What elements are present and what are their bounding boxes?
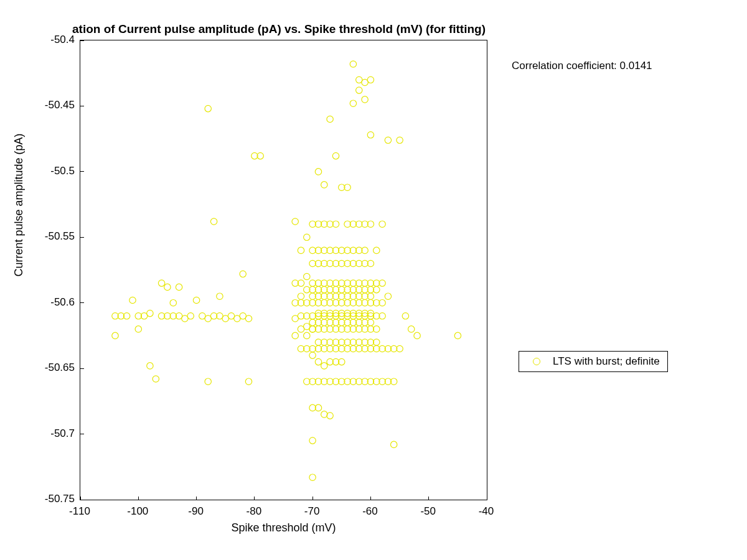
- legend-marker-icon: [533, 358, 540, 365]
- svg-point-255: [385, 293, 391, 299]
- svg-point-24: [205, 105, 211, 111]
- svg-point-258: [391, 441, 397, 447]
- svg-point-220: [362, 96, 368, 103]
- svg-point-41: [292, 218, 298, 225]
- svg-point-10: [153, 376, 159, 382]
- y-tick-label: -50.6: [37, 296, 75, 309]
- svg-point-204: [356, 87, 362, 93]
- svg-point-26: [210, 218, 217, 225]
- x-tick-label: -90: [188, 505, 204, 518]
- svg-point-254: [385, 137, 391, 143]
- svg-point-8: [147, 363, 153, 369]
- x-tick-label: -50: [420, 505, 436, 518]
- x-tick-label: -100: [127, 505, 148, 518]
- svg-point-264: [454, 332, 461, 338]
- x-tick-label: -70: [304, 505, 320, 518]
- svg-point-17: [176, 284, 182, 290]
- svg-point-25: [205, 378, 211, 385]
- svg-point-245: [374, 247, 380, 253]
- svg-point-50: [298, 247, 304, 253]
- x-tick-label: -80: [247, 505, 262, 518]
- y-tick-label: -50.4: [37, 34, 75, 46]
- svg-point-36: [245, 378, 251, 385]
- y-tick-label: -50.5: [37, 165, 75, 177]
- plot-area: [80, 40, 487, 500]
- x-tick-label: -110: [69, 505, 90, 518]
- svg-point-236: [367, 77, 374, 83]
- svg-point-33: [240, 271, 246, 277]
- svg-point-14: [164, 284, 171, 290]
- svg-point-108: [321, 363, 327, 369]
- svg-point-189: [350, 61, 356, 67]
- svg-point-12: [158, 280, 164, 286]
- correlation-annotation: Correlation coefficient: 0.0141: [512, 60, 652, 72]
- svg-point-261: [402, 313, 408, 319]
- svg-point-110: [321, 182, 327, 188]
- svg-point-9: [147, 310, 153, 316]
- y-tick-label: -50.75: [37, 493, 75, 505]
- y-tick-label: -50.45: [37, 99, 75, 111]
- legend-entry-label: LTS with burst; definite: [553, 355, 660, 368]
- svg-point-109: [321, 411, 327, 418]
- svg-point-1: [112, 332, 118, 338]
- svg-point-251: [379, 221, 385, 227]
- svg-point-93: [315, 358, 321, 365]
- svg-point-188: [350, 100, 356, 106]
- svg-point-235: [367, 132, 374, 138]
- svg-point-262: [408, 326, 415, 332]
- svg-point-43: [292, 332, 298, 338]
- x-tick-label: -60: [362, 505, 378, 518]
- x-tick-label: -40: [479, 505, 494, 518]
- svg-point-92: [315, 169, 321, 175]
- svg-point-260: [397, 137, 403, 143]
- y-tick-label: -50.7: [37, 427, 75, 440]
- y-tick-label: -50.65: [37, 362, 75, 374]
- y-tick-label: -50.55: [37, 230, 75, 243]
- svg-point-4: [129, 297, 136, 303]
- svg-point-29: [217, 293, 223, 299]
- svg-point-59: [304, 273, 310, 279]
- svg-point-74: [309, 352, 316, 358]
- svg-point-20: [187, 313, 194, 319]
- svg-point-127: [327, 116, 333, 122]
- svg-point-35: [245, 315, 251, 322]
- svg-point-21: [193, 297, 199, 303]
- scatter-points: [80, 40, 487, 500]
- svg-point-75: [309, 437, 316, 444]
- legend: LTS with burst; definite: [519, 351, 668, 372]
- svg-point-143: [332, 152, 339, 159]
- svg-point-124: [327, 413, 333, 419]
- y-axis-label: Current pulse amplitude (pA): [12, 133, 26, 276]
- svg-point-6: [135, 326, 141, 332]
- svg-point-263: [414, 332, 420, 338]
- svg-point-58: [304, 234, 310, 240]
- x-axis-label: Spike threshold (mV): [80, 521, 487, 534]
- svg-point-16: [170, 300, 176, 306]
- svg-point-56: [304, 332, 310, 338]
- svg-point-48: [298, 293, 304, 299]
- svg-point-76: [309, 474, 316, 480]
